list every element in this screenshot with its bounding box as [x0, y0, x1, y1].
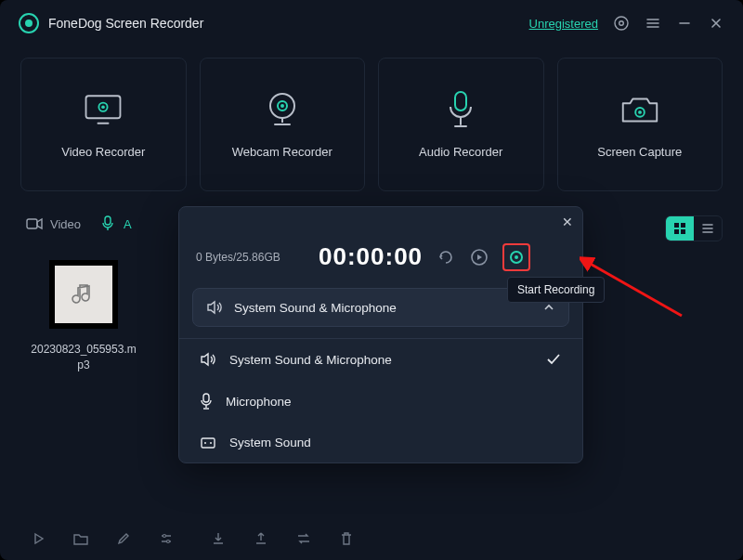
view-toggle [665, 215, 723, 241]
monitor-icon [81, 91, 125, 128]
option-label: Microphone [226, 395, 562, 409]
dropdown-option-microphone[interactable]: Microphone [179, 380, 582, 423]
file-item[interactable]: 20230823_055953.mp3 [28, 260, 139, 374]
svg-point-1 [25, 20, 33, 27]
start-recording-button[interactable] [502, 243, 530, 271]
minimize-icon[interactable] [676, 15, 693, 32]
microphone-icon [99, 215, 116, 232]
svg-point-3 [619, 21, 624, 26]
svg-rect-17 [674, 229, 679, 234]
mode-label: Audio Recorder [419, 145, 502, 159]
brand: FoneDog Screen Recorder [19, 13, 203, 33]
file-name: 20230823_055953.mp3 [28, 342, 139, 374]
file-thumbnail [49, 260, 118, 329]
tab-label: Video [50, 217, 81, 231]
trash-icon[interactable] [338, 530, 355, 547]
close-icon[interactable] [708, 15, 724, 32]
audio-recorder-panel: ✕ 0 Bytes/25.86GB 00:00:00 System Sound … [178, 206, 583, 463]
timer: 00:00:00 [319, 242, 423, 271]
option-label: System Sound & Microphone [229, 353, 532, 367]
camera-icon [618, 91, 662, 128]
start-recording-tooltip: Start Recording [507, 277, 605, 303]
panel-close-icon[interactable]: ✕ [562, 215, 573, 229]
mode-video-recorder[interactable]: Video Recorder [20, 58, 187, 191]
speaker-icon [206, 300, 223, 315]
export-icon[interactable] [253, 530, 269, 547]
svg-point-9 [280, 104, 284, 108]
svg-point-20 [167, 540, 170, 543]
play-icon[interactable] [30, 530, 46, 547]
svg-rect-10 [455, 92, 466, 111]
panel-header: 0 Bytes/25.86GB 00:00:00 [179, 207, 582, 288]
mode-screen-capture[interactable]: Screen Capture [557, 58, 723, 191]
webcam-icon [260, 91, 305, 128]
svg-rect-16 [681, 223, 685, 228]
folder-icon[interactable] [72, 530, 89, 547]
svg-point-2 [615, 17, 628, 30]
unregistered-link[interactable]: Unregistered [529, 17, 598, 31]
mode-label: Screen Capture [597, 145, 682, 159]
audio-source-dropdown: System Sound & Microphone Microphone Sys… [179, 338, 582, 462]
play-circle-icon[interactable] [469, 247, 489, 267]
import-icon[interactable] [210, 530, 227, 547]
mode-label: Webcam Recorder [232, 145, 332, 159]
svg-rect-22 [203, 394, 209, 402]
tab-audio[interactable]: A [99, 215, 132, 232]
brand-logo-icon [19, 13, 39, 33]
chevron-up-icon [542, 303, 555, 312]
mode-webcam-recorder[interactable]: Webcam Recorder [200, 58, 366, 191]
music-note-icon [70, 280, 98, 308]
video-icon [26, 215, 43, 232]
mode-label: Video Recorder [61, 145, 145, 159]
record-dot-icon [510, 251, 523, 264]
settings-icon[interactable] [613, 15, 630, 32]
edit-icon[interactable] [115, 530, 132, 547]
check-icon [545, 353, 562, 366]
tab-label: A [124, 217, 132, 231]
microphone-icon [200, 393, 213, 410]
app-title: FoneDog Screen Recorder [48, 16, 203, 31]
svg-rect-14 [105, 216, 111, 225]
list-view-button[interactable] [694, 216, 722, 241]
menu-icon[interactable] [645, 15, 661, 32]
svg-rect-15 [674, 223, 679, 228]
tab-video[interactable]: Video [26, 215, 81, 232]
svg-rect-13 [27, 219, 37, 228]
app-window: FoneDog Screen Recorder Unregistered Vid… [0, 0, 743, 560]
grid-view-button[interactable] [666, 216, 694, 241]
microphone-icon [438, 91, 483, 128]
convert-icon[interactable] [295, 530, 312, 547]
mode-audio-recorder[interactable]: Audio Recorder [378, 58, 544, 191]
titlebar: FoneDog Screen Recorder Unregistered [0, 0, 743, 43]
svg-point-25 [210, 442, 212, 444]
titlebar-actions: Unregistered [529, 15, 724, 32]
dropdown-option-system-sound[interactable]: System Sound [179, 423, 582, 462]
selected-source-label: System Sound & Microphone [234, 301, 531, 315]
svg-point-12 [638, 110, 642, 113]
dropdown-option-system-and-mic[interactable]: System Sound & Microphone [179, 339, 582, 380]
bottom-toolbar [0, 530, 743, 547]
storage-status: 0 Bytes/25.86GB [196, 251, 306, 264]
soundcard-icon [200, 436, 216, 449]
svg-point-19 [163, 535, 166, 538]
svg-point-24 [204, 442, 206, 444]
svg-point-6 [101, 105, 105, 109]
svg-rect-23 [202, 438, 215, 448]
mode-cards: Video Recorder Webcam Recorder Audio Rec… [0, 43, 743, 191]
option-label: System Sound [229, 436, 562, 449]
undo-icon[interactable] [436, 247, 456, 267]
sliders-icon[interactable] [158, 530, 175, 547]
speaker-icon [200, 352, 216, 367]
svg-rect-18 [681, 229, 685, 234]
